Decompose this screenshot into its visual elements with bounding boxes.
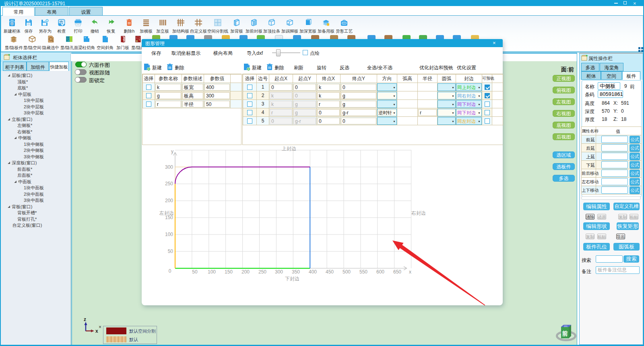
svg-text:100: 100 [208,269,216,275]
svg-text:450: 450 [326,269,334,275]
svg-text:下封边: 下封边 [285,276,299,282]
svg-text:z: z [84,317,86,322]
svg-text:0: 0 [169,268,171,274]
svg-text:150: 150 [225,269,233,275]
svg-text:前: 前 [562,330,568,337]
svg-text:x: x [409,269,411,275]
svg-text:500: 500 [343,269,351,275]
svg-text:y: y [171,149,173,154]
svg-text:400: 400 [309,269,317,275]
svg-text:250: 250 [165,181,173,186]
svg-text:300: 300 [275,269,283,275]
svg-text:x: x [95,328,98,334]
svg-text:右封边: 右封边 [411,210,426,216]
svg-text:50: 50 [192,269,198,275]
svg-text:上封边: 上封边 [282,146,296,151]
svg-text:250: 250 [258,269,266,275]
svg-text:300: 300 [165,164,173,170]
svg-text:200: 200 [165,198,173,203]
svg-text:550: 550 [359,269,367,275]
svg-text:650: 650 [393,269,401,275]
svg-text:50: 50 [168,249,173,254]
svg-text:201: 201 [564,325,568,327]
svg-text:左封边: 左封边 [159,210,174,216]
svg-text:600: 600 [376,269,384,275]
svg-text:200: 200 [242,269,250,275]
svg-text:350: 350 [292,269,300,275]
svg-text:100: 100 [165,232,173,237]
